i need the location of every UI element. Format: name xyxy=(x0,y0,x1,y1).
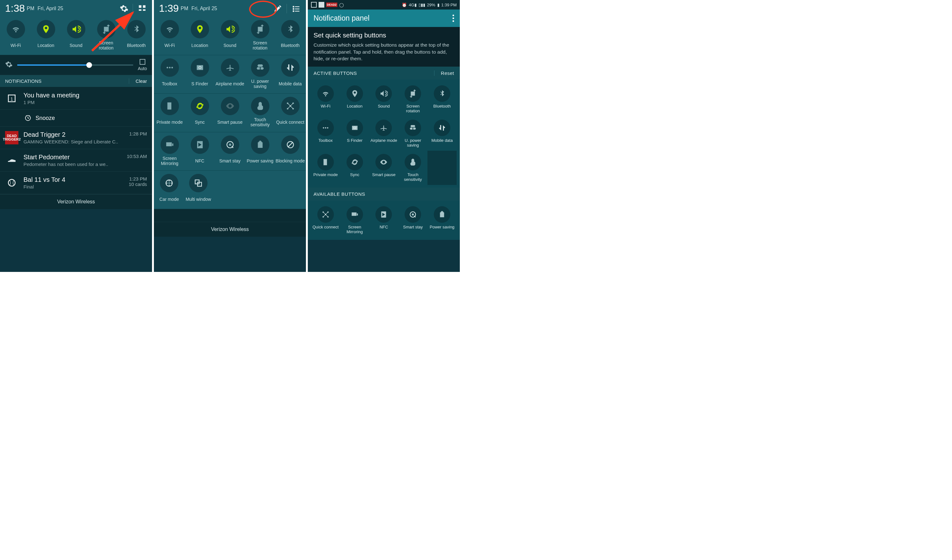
status-bar: DEAD2 ◯ ⏰ 4G▮ ▯▮▮ 29% ▮ 1:39 PM xyxy=(308,0,460,9)
svg-rect-10 xyxy=(295,6,300,7)
svg-point-15 xyxy=(167,67,168,68)
toggle-wi-fi[interactable]: Wi-Fi xyxy=(155,20,184,51)
instructions-body: Customize which quick setting buttons ap… xyxy=(314,42,454,62)
notifications-label: NOTIFICATIONS xyxy=(5,79,42,84)
app-icon-deadtrigger: DEADTRIGGER2 xyxy=(5,131,19,144)
clock-date: Fri, April 25 xyxy=(192,6,217,11)
slot-smart-pause[interactable]: Smart pause xyxy=(369,151,399,185)
full-toggle-grid: Wi-Fi Location Sound Screen rotation Blu… xyxy=(154,17,306,209)
toggle-toolbox[interactable]: Toolbox xyxy=(155,59,184,89)
notification-item[interactable]: DEADTRIGGER2 Dead Trigger 2 GAMING WEEKE… xyxy=(0,127,152,149)
svg-rect-3 xyxy=(143,9,145,11)
notification-item[interactable]: 1 You have a meeting 1 PM xyxy=(0,87,152,110)
carrier-footer: Verizon Wireless xyxy=(154,222,306,237)
toggle-bluetooth[interactable]: Bluetooth xyxy=(276,20,305,51)
toggle-power-saving[interactable]: Power saving xyxy=(246,136,275,166)
list-view-icon[interactable] xyxy=(291,4,301,13)
toggle-airplane-mode[interactable]: Airplane mode xyxy=(215,59,245,89)
auto-brightness-checkbox[interactable]: Auto xyxy=(138,59,147,71)
svg-point-30 xyxy=(323,127,324,128)
toggle-sound[interactable]: Sound xyxy=(215,20,245,51)
notifications-header-bar: NOTIFICATIONS Clear xyxy=(0,75,152,87)
toggle-car-mode[interactable]: Car mode xyxy=(155,174,184,204)
slot-screen-rotation[interactable]: Screen rotation xyxy=(398,82,427,116)
clock-ampm: PM xyxy=(27,6,34,11)
notification-list: 1 You have a meeting 1 PM Snooze DEADTRI… xyxy=(0,87,152,194)
toggle-blocking-mode[interactable]: Blocking mode xyxy=(276,136,305,166)
page-title: Notification panel xyxy=(314,14,369,23)
toggle-private-mode[interactable]: Private mode xyxy=(155,97,184,127)
toggle-screen-rotation[interactable]: Screen rotation xyxy=(92,20,121,51)
toggle-multi-window[interactable]: Multi window xyxy=(184,174,213,204)
active-buttons-grid: Wi-Fi Location Sound Screen rotation Blu… xyxy=(308,80,460,188)
alarm-icon: ⏰ xyxy=(402,3,407,7)
shade-header: 1:38 PM Fri, April 25 xyxy=(0,0,152,17)
slot-u.-power-saving[interactable]: U. power saving xyxy=(398,116,427,151)
slot-wi-fi[interactable]: Wi-Fi xyxy=(311,82,340,116)
slot-location[interactable]: Location xyxy=(340,82,369,116)
snooze-action[interactable]: Snooze xyxy=(0,110,152,127)
slot-mobile-data[interactable]: Mobile data xyxy=(427,116,457,151)
status-icon xyxy=(311,2,317,8)
slot-touch-sensitivity[interactable]: Touch sensitivity xyxy=(398,151,427,185)
available-buttons-grid: Quick connect Screen Mirroring NFC Smart… xyxy=(308,201,460,240)
empty-slot[interactable] xyxy=(427,151,457,185)
toggle-screen-mirroring[interactable]: Screen Mirroring xyxy=(155,136,184,166)
toggle-location[interactable]: Location xyxy=(185,20,215,51)
notification-item[interactable]: Start Pedometer Pedometer has not been u… xyxy=(0,149,152,172)
battery-icon: ▮ xyxy=(437,3,439,7)
toggle-sync[interactable]: Sync xyxy=(185,97,215,127)
svg-point-26 xyxy=(229,143,231,146)
svg-point-29 xyxy=(168,182,170,184)
statusbar-time: 1:39 PM xyxy=(441,3,457,7)
toggle-screen-rotation[interactable]: Screen rotation xyxy=(246,20,275,51)
svg-point-17 xyxy=(172,67,173,68)
slot-private-mode[interactable]: Private mode xyxy=(311,151,340,185)
toggle-bluetooth[interactable]: Bluetooth xyxy=(122,20,151,51)
toggle-mobile-data[interactable]: Mobile data xyxy=(276,59,305,89)
notif-icon: 1 xyxy=(5,92,19,105)
toggle-quick-connect[interactable]: Quick connect xyxy=(276,97,305,127)
toggle-smart-stay[interactable]: Smart stay xyxy=(215,136,245,166)
instructions-block: Set quick setting buttons Customize whic… xyxy=(308,27,460,66)
svg-point-19 xyxy=(260,103,261,104)
slot-airplane-mode[interactable]: Airplane mode xyxy=(369,116,399,151)
slot-s-finder[interactable]: S Finder xyxy=(340,116,369,151)
toggle-touch-sensitivity[interactable]: Touch sensitivity xyxy=(246,97,275,127)
slot-power-saving[interactable]: Power saving xyxy=(427,203,457,237)
slot-quick-connect[interactable]: Quick connect xyxy=(311,203,340,237)
settings-gear-icon[interactable] xyxy=(119,4,129,13)
carrier-footer: Verizon Wireless xyxy=(0,194,152,209)
slot-sound[interactable]: Sound xyxy=(369,82,399,116)
brightness-slider[interactable] xyxy=(17,65,133,66)
slot-toolbox[interactable]: Toolbox xyxy=(311,116,340,151)
title-bar: Notification panel xyxy=(308,9,460,27)
toggle-s-finder[interactable]: S Finder xyxy=(185,59,215,89)
notif-icon xyxy=(5,154,19,167)
svg-point-41 xyxy=(412,213,414,216)
edit-pencil-icon[interactable] xyxy=(273,4,283,13)
svg-point-31 xyxy=(325,127,326,128)
toggle-u.-power-saving[interactable]: U. power saving xyxy=(246,59,275,89)
reset-button[interactable]: Reset xyxy=(434,71,454,76)
slot-smart-stay[interactable]: Smart stay xyxy=(398,203,427,237)
slot-screen-mirroring[interactable]: Screen Mirroring xyxy=(340,203,369,237)
toggle-smart-pause[interactable]: Smart pause xyxy=(215,97,245,127)
toggle-nfc[interactable]: NFC xyxy=(185,136,215,166)
quick-settings-grid-icon[interactable] xyxy=(138,4,147,13)
slot-nfc[interactable]: NFC xyxy=(369,203,399,237)
toggle-location[interactable]: Location xyxy=(31,20,60,51)
status-pedometer-icon: ◯ xyxy=(339,3,344,7)
clear-notifications-button[interactable]: Clear xyxy=(129,79,147,84)
slot-sync[interactable]: Sync xyxy=(340,151,369,185)
svg-rect-1 xyxy=(143,5,145,8)
notif-icon xyxy=(5,176,19,190)
toggle-sound[interactable]: Sound xyxy=(62,20,91,51)
screen-3-edit-panel: DEAD2 ◯ ⏰ 4G▮ ▯▮▮ 29% ▮ 1:39 PM Notifica… xyxy=(308,0,462,272)
overflow-menu-icon[interactable] xyxy=(453,15,454,22)
svg-rect-11 xyxy=(293,8,295,9)
brightness-row: Auto xyxy=(0,55,152,75)
toggle-wi-fi[interactable]: Wi-Fi xyxy=(1,20,31,51)
notification-item[interactable]: Bal 11 vs Tor 4 Final 1:23 PM10 cards xyxy=(0,172,152,194)
slot-bluetooth[interactable]: Bluetooth xyxy=(427,82,457,116)
